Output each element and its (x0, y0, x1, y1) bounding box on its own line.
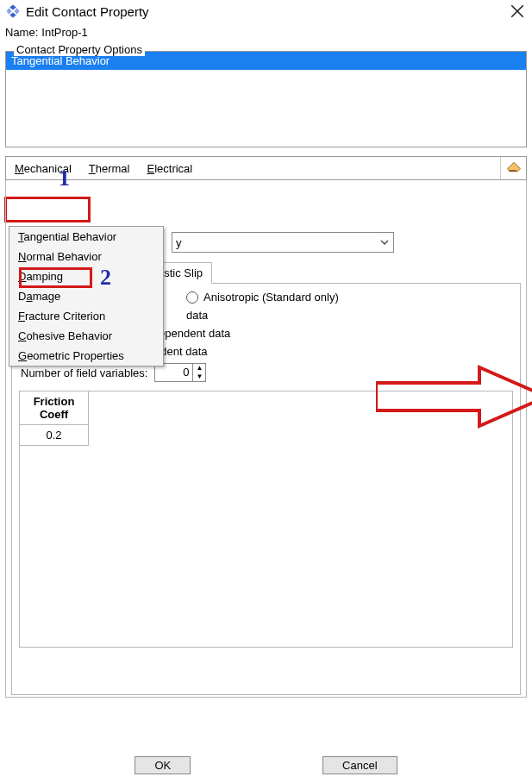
data-suffix: data (186, 309, 513, 322)
combo-suffix: y (176, 236, 182, 249)
chevron-down-icon (376, 238, 393, 247)
name-label: Name: (5, 26, 38, 39)
dialog-buttons: OK Cancel (0, 756, 532, 774)
ok-button[interactable]: OK (135, 756, 191, 774)
radio-circle-icon (186, 291, 198, 304)
menu-thermal[interactable]: Thermal (80, 159, 139, 179)
formulation-combo[interactable]: y (172, 232, 394, 253)
svg-marker-2 (507, 162, 520, 172)
dropdown-item-normal[interactable]: Normal Behavior (9, 247, 163, 266)
eraser-icon (506, 162, 522, 174)
contact-options-fieldset: Contact Property Options Tangential Beha… (5, 51, 527, 147)
app-icon (5, 3, 21, 19)
dropdown-item-fracture[interactable]: Fracture Criterion (9, 306, 163, 326)
window-title: Edit Contact Property (26, 4, 149, 19)
titlebar: Edit Contact Property (0, 0, 532, 24)
name-value: IntProp-1 (41, 26, 87, 39)
options-listbox[interactable]: Tangential Behavior (5, 51, 527, 147)
annotation-arrow (376, 362, 532, 431)
menu-electrical[interactable]: Electrical (138, 159, 201, 179)
dropdown-item-cohesive[interactable]: Cohesive Behavior (9, 326, 163, 346)
clear-button[interactable] (500, 157, 526, 179)
nfv-value: 0 (155, 364, 192, 381)
svg-rect-3 (509, 170, 516, 172)
spinner-up-icon[interactable]: ▲ (193, 364, 205, 373)
cancel-button[interactable]: Cancel (322, 756, 397, 774)
friction-coeff-header: FrictionCoeff (20, 392, 89, 425)
menubar: Mechanical Thermal Electrical (5, 156, 527, 180)
mechanical-dropdown[interactable]: Tangential Behavior Normal Behavior Damp… (9, 226, 164, 366)
menu-mechanical[interactable]: Mechanical (6, 159, 80, 179)
dropdown-item-damage[interactable]: Damage (9, 286, 163, 306)
spinner-down-icon[interactable]: ▼ (193, 373, 205, 381)
dropdown-item-geometric[interactable]: Geometric Properties (9, 346, 163, 366)
options-legend: Contact Property Options (14, 43, 145, 56)
close-icon[interactable] (510, 3, 525, 19)
anisotropic-radio-row[interactable]: Anisotropic (Standard only) (186, 291, 513, 304)
friction-coeff-cell[interactable]: 0.2 (20, 425, 89, 446)
nfv-label: Number of field variables: (21, 366, 147, 379)
dropdown-item-damping[interactable]: Damping (9, 266, 163, 286)
svg-marker-4 (376, 367, 532, 426)
anisotropic-label: Anisotropic (Standard only) (203, 291, 339, 304)
dropdown-item-tangential[interactable]: Tangential Behavior (9, 227, 163, 247)
